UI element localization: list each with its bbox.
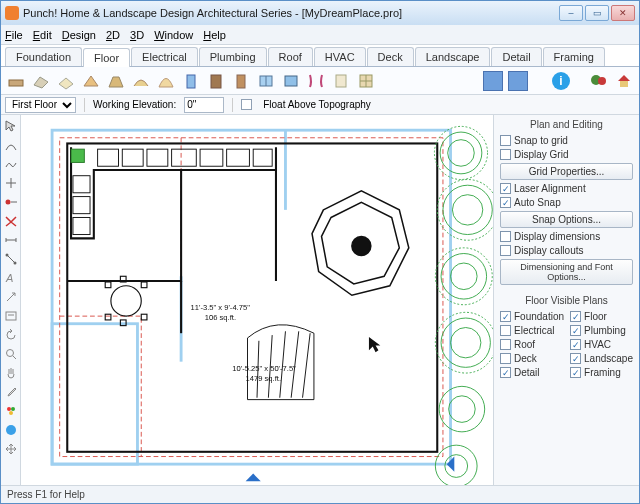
tab-detail[interactable]: Detail	[491, 47, 541, 66]
tab-deck[interactable]: Deck	[367, 47, 414, 66]
line-tool-icon[interactable]	[2, 174, 20, 192]
tab-roof[interactable]: Roof	[268, 47, 313, 66]
laser-alignment-checkbox[interactable]: ✓	[500, 183, 511, 194]
select-tool-icon[interactable]	[2, 117, 20, 135]
tab-foundation[interactable]: Foundation	[5, 47, 82, 66]
grid-properties-button[interactable]: Grid Properties...	[500, 163, 633, 180]
svg-rect-41	[67, 143, 437, 451]
material-tool-icon[interactable]	[2, 421, 20, 439]
tool-floor-icon[interactable]	[55, 70, 77, 92]
svg-rect-64	[73, 176, 90, 193]
tool-slab-icon[interactable]	[30, 70, 52, 92]
tool-roof-icon[interactable]	[80, 70, 102, 92]
fvp-roof-checkbox[interactable]	[500, 339, 511, 350]
rotate-tool-icon[interactable]	[2, 326, 20, 344]
display-dimensions-checkbox[interactable]	[500, 231, 511, 242]
auto-snap-checkbox[interactable]: ✓	[500, 197, 511, 208]
svg-point-34	[9, 411, 13, 415]
tool-door3-icon[interactable]	[230, 70, 252, 92]
menu-2d[interactable]: 2D	[106, 29, 120, 41]
svg-rect-65	[73, 197, 90, 214]
tool-window2-icon[interactable]	[280, 70, 302, 92]
display-callouts-checkbox[interactable]	[500, 245, 511, 256]
fvp-floor-checkbox[interactable]: ✓	[570, 311, 581, 322]
floor-selector[interactable]: First Floor	[5, 97, 76, 113]
svg-point-16	[598, 77, 606, 85]
tool-pattern-icon[interactable]	[355, 70, 377, 92]
maximize-button[interactable]: ▭	[585, 5, 609, 21]
tool-curtain-icon[interactable]	[305, 70, 327, 92]
eyedropper-tool-icon[interactable]	[2, 383, 20, 401]
curve-tool-icon[interactable]	[2, 136, 20, 154]
measure-tool-icon[interactable]	[2, 231, 20, 249]
view-mode2-button[interactable]	[508, 71, 528, 91]
menu-edit[interactable]: Edit	[33, 29, 52, 41]
svg-rect-0	[9, 80, 23, 86]
svg-marker-17	[618, 75, 630, 81]
room1-area: 106 sq.ft.	[205, 313, 236, 322]
working-elevation-label: Working Elevation:	[93, 99, 176, 110]
floor-visible-heading: Floor Visible Plans	[500, 295, 633, 306]
tool-wall-icon[interactable]	[5, 70, 27, 92]
tab-hvac[interactable]: HVAC	[314, 47, 366, 66]
tab-framing[interactable]: Framing	[543, 47, 605, 66]
dimension-tool-icon[interactable]	[2, 250, 20, 268]
view-mode1-button[interactable]	[483, 71, 503, 91]
fvp-plumbing-checkbox[interactable]: ✓	[570, 325, 581, 336]
plan-editing-panel: Plan and Editing Snap to grid Display Gr…	[493, 115, 639, 485]
freehand-tool-icon[interactable]	[2, 155, 20, 173]
menu-bar: File Edit Design 2D 3D Window Help	[1, 25, 639, 45]
landscape-house-icon[interactable]	[613, 70, 635, 92]
floorplan-canvas[interactable]: 11'-3.5" x 9'-4.75" 106 sq.ft. 10'-5.25"…	[21, 115, 493, 485]
svg-rect-10	[285, 76, 297, 86]
minimize-button[interactable]: –	[559, 5, 583, 21]
fvp-landscape-checkbox[interactable]: ✓	[570, 353, 581, 364]
fvp-electrical-checkbox[interactable]	[500, 325, 511, 336]
break-tool-icon[interactable]	[2, 212, 20, 230]
svg-point-75	[439, 386, 485, 432]
pan-tool-icon[interactable]	[2, 364, 20, 382]
fvp-deck-checkbox[interactable]	[500, 353, 511, 364]
color-tool-icon[interactable]	[2, 402, 20, 420]
fvp-framing-checkbox[interactable]: ✓	[570, 367, 581, 378]
menu-design[interactable]: Design	[62, 29, 96, 41]
tool-curve-icon[interactable]	[130, 70, 152, 92]
svg-rect-62	[227, 149, 250, 166]
options-bar: First Floor Working Elevation: 0" Float …	[1, 95, 639, 115]
zoom-tool-icon[interactable]	[2, 345, 20, 363]
menu-file[interactable]: File	[5, 29, 23, 41]
tab-plumbing[interactable]: Plumbing	[199, 47, 267, 66]
snap-options-button[interactable]: Snap Options...	[500, 211, 633, 228]
status-bar: Press F1 for Help	[1, 485, 639, 503]
fvp-foundation-checkbox[interactable]: ✓	[500, 311, 511, 322]
landscape-tree-icon[interactable]	[588, 70, 610, 92]
tool-door1-icon[interactable]	[180, 70, 202, 92]
snap-to-grid-checkbox[interactable]	[500, 135, 511, 146]
info-icon[interactable]: i	[552, 72, 570, 90]
float-above-checkbox[interactable]	[241, 99, 252, 110]
close-button[interactable]: ✕	[611, 5, 635, 21]
note-tool-icon[interactable]	[2, 307, 20, 325]
working-elevation-value[interactable]: 0"	[184, 97, 224, 113]
move-tool-icon[interactable]	[2, 440, 20, 458]
tab-floor[interactable]: Floor	[83, 48, 130, 67]
menu-help[interactable]: Help	[203, 29, 226, 41]
menu-window[interactable]: Window	[154, 29, 193, 41]
tool-window1-icon[interactable]	[255, 70, 277, 92]
tab-electrical[interactable]: Electrical	[131, 47, 198, 66]
display-grid-checkbox[interactable]	[500, 149, 511, 160]
arrow-tool-icon[interactable]	[2, 288, 20, 306]
tool-gable-icon[interactable]	[105, 70, 127, 92]
text-tool-icon[interactable]: A	[2, 269, 20, 287]
point-tool-icon[interactable]	[2, 193, 20, 211]
menu-3d[interactable]: 3D	[130, 29, 144, 41]
tool-panel-icon[interactable]	[330, 70, 352, 92]
tool-arc-icon[interactable]	[155, 70, 177, 92]
fvp-hvac-checkbox[interactable]: ✓	[570, 339, 581, 350]
fvp-detail-checkbox[interactable]: ✓	[500, 367, 511, 378]
dimensioning-font-button[interactable]: Dimensioning and Font Options...	[500, 259, 633, 285]
tool-door2-icon[interactable]	[205, 70, 227, 92]
svg-point-79	[434, 126, 487, 179]
tab-landscape[interactable]: Landscape	[415, 47, 491, 66]
svg-point-71	[441, 254, 487, 300]
